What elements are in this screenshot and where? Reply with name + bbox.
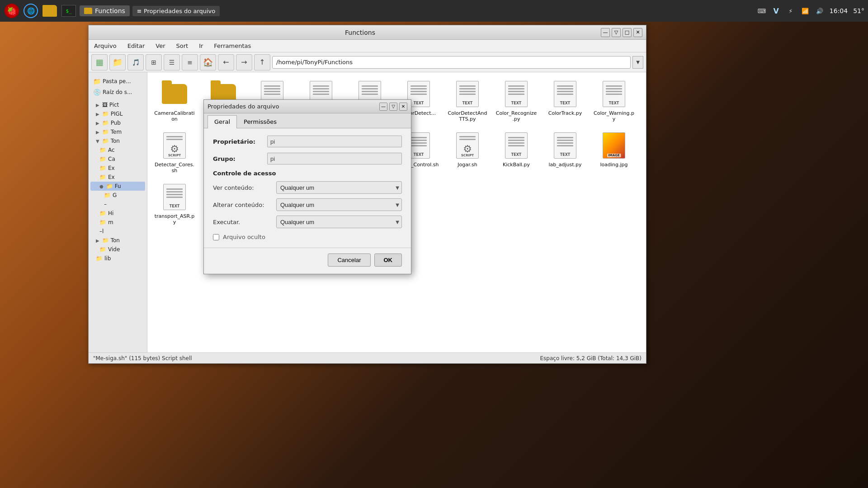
sidebar-bookmark-pasta[interactable]: 📁 Pasta pe... xyxy=(90,76,145,87)
forward-btn[interactable]: → xyxy=(236,54,252,70)
clock: 16:04 xyxy=(830,7,848,14)
sidebar-tree-lib[interactable]: 📁 lib xyxy=(90,254,145,263)
fm-close-button[interactable]: ✕ xyxy=(633,28,642,37)
taskbar-props-icon: ≡ xyxy=(137,8,142,14)
dialog-minimize-btn[interactable]: — xyxy=(379,103,387,111)
fm-minimize-button[interactable]: — xyxy=(601,28,610,37)
folder-button[interactable] xyxy=(42,3,58,19)
location-dropdown[interactable]: ▼ xyxy=(632,56,643,69)
location-bar[interactable]: /home/pi/TonyPi/Functions xyxy=(272,56,631,69)
terminal-button[interactable]: $_ xyxy=(61,3,77,19)
tab-geral[interactable]: Geral xyxy=(208,115,237,128)
grupo-input[interactable] xyxy=(267,153,402,164)
menu-sort[interactable]: Sort xyxy=(175,42,190,50)
executar-select[interactable]: Qualquer um Grupo do proprietário Soment… xyxy=(276,216,402,228)
file-item-colordetectandtts[interactable]: ColorDetectAndTTS.py xyxy=(445,77,490,125)
file-item-labadjust[interactable]: lab_adjust.py xyxy=(542,128,588,176)
sidebar-tree-g[interactable]: 📁 G xyxy=(90,191,145,200)
file-item-detectar-cores[interactable]: ⚙ Detectar_Cores.sh xyxy=(152,128,197,176)
back-btn[interactable]: ← xyxy=(218,54,234,70)
menu-ver[interactable]: Ver xyxy=(154,42,167,50)
home-btn[interactable]: 🏠 xyxy=(200,54,216,70)
menu-ir[interactable]: Ir xyxy=(197,42,205,50)
proprietario-input[interactable] xyxy=(267,136,402,147)
sidebar-pigl-label: PIGL xyxy=(111,111,123,117)
text-file-icon xyxy=(505,132,528,159)
menu-ferramentas[interactable]: Ferramentas xyxy=(212,42,253,50)
menu-arquivo[interactable]: Arquivo xyxy=(92,42,118,50)
sidebar-tree-pub[interactable]: ▶ 📁 Pub xyxy=(90,118,145,127)
sidebar-tree-ex2[interactable]: 📁 Ex xyxy=(90,173,145,182)
expand-icon: ▶ xyxy=(96,121,99,126)
sidebar-ton-icon: 📁 xyxy=(102,138,109,144)
sidebar-bookmark-raiz[interactable]: 💿 Raíz do s... xyxy=(90,87,145,98)
view-folder-btn[interactable]: 📁 xyxy=(109,54,126,70)
dialog-restore-btn[interactable]: ▽ xyxy=(389,103,397,111)
cancel-button[interactable]: Cancelar xyxy=(328,253,370,267)
sidebar-tree-pigl[interactable]: ▶ 📁 PIGL xyxy=(90,109,145,118)
expand-icon: ▼ xyxy=(96,139,99,144)
sidebar-tree-hi[interactable]: 📁 Hi xyxy=(90,209,145,218)
status-disk-info: Espaço livre: 5,2 GiB (Total: 14,3 GiB) xyxy=(540,355,642,361)
fm-restore-button[interactable]: □ xyxy=(623,28,632,37)
globe-button[interactable]: 🌐 xyxy=(23,3,39,19)
sidebar-hi-icon: 📁 xyxy=(99,210,106,216)
gear-icon: ⚙ xyxy=(170,143,179,155)
taskbar-functions-window[interactable]: Functions xyxy=(80,5,130,16)
ok-button[interactable]: OK xyxy=(374,253,402,267)
sidebar-tree-ton2[interactable]: ▶ 📁 Ton xyxy=(90,236,145,245)
sidebar-tree-dl[interactable]: –l xyxy=(90,227,145,236)
up-btn[interactable]: ↑ xyxy=(254,54,270,70)
fm-sidebar: 📁 Pasta pe... 💿 Raíz do s... ▶ 🖼 Pict ▶ … xyxy=(89,72,147,352)
ver-conteudo-select[interactable]: Qualquer um Grupo do proprietário Soment… xyxy=(276,181,402,194)
sidebar-ton2-icon: 📁 xyxy=(102,237,109,244)
menu-editar[interactable]: Editar xyxy=(126,42,147,50)
sidebar-fu-icon: 📁 xyxy=(106,183,113,189)
raspberry-button[interactable]: 🍓 xyxy=(4,3,20,19)
sidebar-lib-label: lib xyxy=(104,255,111,262)
alterar-conteudo-select[interactable]: Qualquer um Grupo do proprietário Soment… xyxy=(276,198,402,211)
file-item-kickball[interactable]: KickBall.py xyxy=(494,128,539,176)
sidebar-tree-pict[interactable]: ▶ 🖼 Pict xyxy=(90,100,145,109)
sidebar-tree-ton[interactable]: ▼ 📁 Ton xyxy=(90,136,145,145)
bookmark-raiz-icon: 💿 xyxy=(93,89,101,96)
sidebar-tree-vide[interactable]: 📁 Vide xyxy=(90,245,145,254)
sidebar-tree-ex1[interactable]: 📁 Ex xyxy=(90,164,145,173)
view-details-btn[interactable]: ≡ xyxy=(182,54,198,70)
hidden-file-checkbox[interactable] xyxy=(213,234,219,240)
sidebar-tree-ca[interactable]: 📁 Ca xyxy=(90,155,145,164)
view-audio-btn[interactable]: 🎵 xyxy=(127,54,144,70)
sidebar-tree-dash[interactable]: – xyxy=(90,200,145,209)
image-file-icon xyxy=(603,132,625,159)
text-file-icon xyxy=(554,81,576,107)
file-icon-colordetectandtts xyxy=(453,80,482,108)
fm-toolbar: ▦ 📁 🎵 ⊞ ☰ ≡ 🏠 ← → ↑ /home/pi/TonyPi/Func… xyxy=(89,52,646,72)
sidebar-tree-m[interactable]: 📁 m xyxy=(90,218,145,227)
file-item-transportasr[interactable]: transport_ASR.py xyxy=(152,180,197,228)
fm-titlebar: Functions — ▽ □ ✕ xyxy=(89,25,646,40)
fm-statusbar: "Me-siga.sh" (115 bytes) Script shell Es… xyxy=(89,352,646,363)
file-item-loading[interactable]: loading.jpg xyxy=(591,128,637,176)
sidebar-lib-icon: 📁 xyxy=(96,255,103,262)
view-icon-btn[interactable]: ▦ xyxy=(91,54,108,70)
sidebar-tem-icon: 📁 xyxy=(102,129,109,135)
fm-maximize-button[interactable]: ▽ xyxy=(612,28,621,37)
view-list-btn[interactable]: ☰ xyxy=(164,54,180,70)
taskbar-props-window[interactable]: ≡ Propriedades do arquivo xyxy=(132,6,220,16)
file-item-colorwarning[interactable]: Color_Warning.py xyxy=(591,77,637,125)
file-item-colortrack[interactable]: ColorTrack.py xyxy=(542,77,588,125)
file-item-cameracalibration[interactable]: CameraCalibration xyxy=(152,77,197,125)
dialog-close-btn[interactable]: ✕ xyxy=(399,103,407,111)
sidebar-tem-label: Tem xyxy=(111,129,122,135)
vectr-icon: V xyxy=(772,6,781,15)
file-item-jogar[interactable]: ⚙ Jogar.sh xyxy=(445,128,490,176)
file-item-colorrecognize[interactable]: Color_Recognize.py xyxy=(494,77,539,125)
properties-dialog: Propriedades do arquivo — ▽ ✕ Geral Perm… xyxy=(203,99,411,274)
sidebar-tree-fu[interactable]: ● 📁 Fu xyxy=(90,182,145,191)
hidden-file-row: Arquivo oculto xyxy=(213,234,402,240)
view-grid-btn[interactable]: ⊞ xyxy=(146,54,162,70)
sidebar-tree-tem[interactable]: ▶ 📁 Tem xyxy=(90,127,145,136)
sidebar-tree-ac[interactable]: 📁 Ac xyxy=(90,145,145,155)
file-name-colortrack: ColorTrack.py xyxy=(548,110,582,116)
tab-permissoes[interactable]: Permissões xyxy=(237,115,283,128)
